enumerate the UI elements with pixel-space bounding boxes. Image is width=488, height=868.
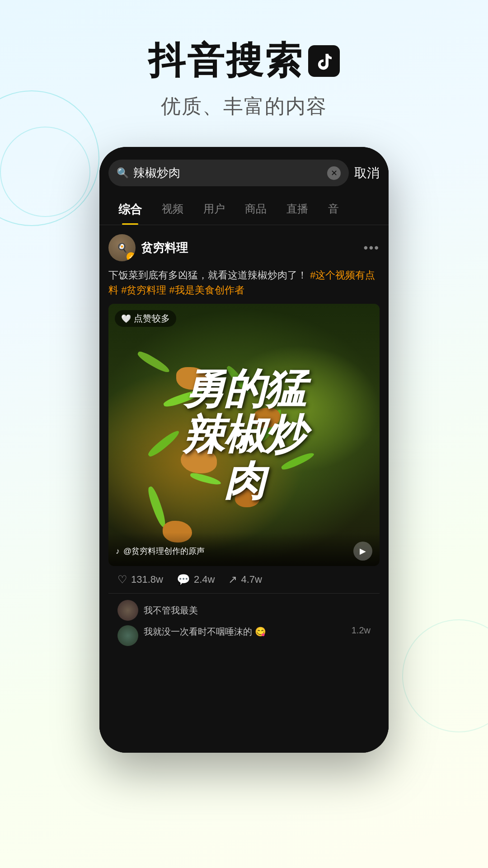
post-header: 🍳 ✓ 贫穷料理 ••• <box>108 234 380 261</box>
post-username: 贫穷料理 <box>141 240 188 256</box>
search-input-wrap[interactable]: 🔍 辣椒炒肉 ✕ <box>108 160 349 186</box>
comment-row-1: 我不管我最美 <box>117 600 371 621</box>
phone-mockup-wrapper: 🔍 辣椒炒肉 ✕ 取消 综合 视频 用户 <box>0 147 488 753</box>
comment-content-1: 我不管我最美 <box>144 604 371 617</box>
tab-comprehensive[interactable]: 综合 <box>108 194 152 225</box>
phone-device: 🔍 辣椒炒肉 ✕ 取消 综合 视频 用户 <box>99 147 389 753</box>
search-cancel-button[interactable]: 取消 <box>354 165 380 182</box>
engagement-bar: ♡ 131.8w 💬 2.4w ↗ 4.7w <box>108 566 380 594</box>
likes-count[interactable]: ♡ 131.8w <box>117 573 163 586</box>
video-bottom-bar: ♪ @贫穷料理创作的原声 ▶ <box>108 533 380 566</box>
verified-badge: ✓ <box>127 252 136 261</box>
comment-avatar-2 <box>117 625 138 646</box>
comment-icon: 💬 <box>177 573 190 586</box>
video-title-text: 勇的猛辣椒炒肉 <box>183 366 305 504</box>
app-subtitle: 优质、丰富的内容 <box>0 93 488 120</box>
likes-value: 131.8w <box>131 574 163 585</box>
app-title: 抖音搜索 <box>0 36 488 86</box>
post-desc-text: 下饭菜到底有多凶猛，就看这道辣椒炒肉了！ <box>108 269 307 281</box>
play-icon: ▶ <box>360 546 366 556</box>
comment-avatar-1 <box>117 600 138 621</box>
search-query-text: 辣椒炒肉 <box>133 165 323 181</box>
tiktok-logo-icon <box>308 45 340 77</box>
avatar: 🍳 ✓ <box>108 234 136 261</box>
hashtag-3[interactable]: #我是美食创作者 <box>169 284 244 296</box>
search-bar: 🔍 辣椒炒肉 ✕ 取消 <box>99 151 389 194</box>
share-icon: ↗ <box>228 573 237 586</box>
tab-sound[interactable]: 音 <box>318 194 349 225</box>
comment-text-1: 我不管我最美 <box>144 605 198 615</box>
more-options-icon[interactable]: ••• <box>364 241 380 255</box>
search-clear-button[interactable]: ✕ <box>327 166 341 180</box>
comments-count[interactable]: 💬 2.4w <box>177 573 215 586</box>
tiktok-sound-icon: ♪ <box>116 547 120 556</box>
shares-value: 4.7w <box>241 574 262 585</box>
sound-label: @贫穷料理创作的原声 <box>123 546 205 557</box>
post-card: 🍳 ✓ 贫穷料理 ••• 下饭菜到底有多凶猛，就看这道辣椒炒肉了！ <box>99 225 389 652</box>
tab-live[interactable]: 直播 <box>277 194 318 225</box>
shares-count[interactable]: ↗ 4.7w <box>228 573 262 586</box>
comment-text-2: 我就没一次看时不咽唾沫的 😋 <box>144 627 266 637</box>
hashtag-2[interactable]: #贫穷料理 <box>121 284 169 296</box>
heart-badge-icon: 🤍 <box>121 314 131 324</box>
video-badge: 🤍 点赞较多 <box>115 310 176 327</box>
sound-info[interactable]: ♪ @贫穷料理创作的原声 <box>116 546 205 557</box>
comment-content-2: 我就没一次看时不咽唾沫的 😋 <box>144 625 346 638</box>
title-text: 抖音搜索 <box>148 36 304 86</box>
comment-count-2: 1.2w <box>352 625 371 636</box>
video-title-overlay: 勇的猛辣椒炒肉 <box>108 304 380 566</box>
badge-label: 点赞较多 <box>134 312 170 325</box>
header-section: 抖音搜索 优质、丰富的内容 <box>0 0 488 138</box>
user-info[interactable]: 🍳 ✓ 贫穷料理 <box>108 234 188 261</box>
post-description: 下饭菜到底有多凶猛，就看这道辣椒炒肉了！ #这个视频有点料 #贫穷料理 #我是美… <box>108 268 380 297</box>
heart-icon: ♡ <box>117 573 127 586</box>
phone-screen: 🔍 辣椒炒肉 ✕ 取消 综合 视频 用户 <box>99 147 389 753</box>
tab-video[interactable]: 视频 <box>152 194 193 225</box>
clear-icon: ✕ <box>331 168 338 178</box>
tab-goods[interactable]: 商品 <box>235 194 277 225</box>
tab-user[interactable]: 用户 <box>193 194 235 225</box>
comment-row-2: 我就没一次看时不咽唾沫的 😋 1.2w <box>117 625 371 646</box>
play-button[interactable]: ▶ <box>353 542 372 561</box>
comments-value: 2.4w <box>194 574 215 585</box>
search-tabs: 综合 视频 用户 商品 直播 音 <box>99 194 389 225</box>
search-icon: 🔍 <box>117 167 129 179</box>
search-results-content: 🍳 ✓ 贫穷料理 ••• 下饭菜到底有多凶猛，就看这道辣椒炒肉了！ <box>99 225 389 753</box>
video-thumbnail[interactable]: 勇的猛辣椒炒肉 🤍 点赞较多 ♪ @贫穷料理创作的原声 <box>108 304 380 566</box>
comments-section: 我不管我最美 我就没一次看时不咽唾沫的 😋 1.2w <box>108 594 380 652</box>
